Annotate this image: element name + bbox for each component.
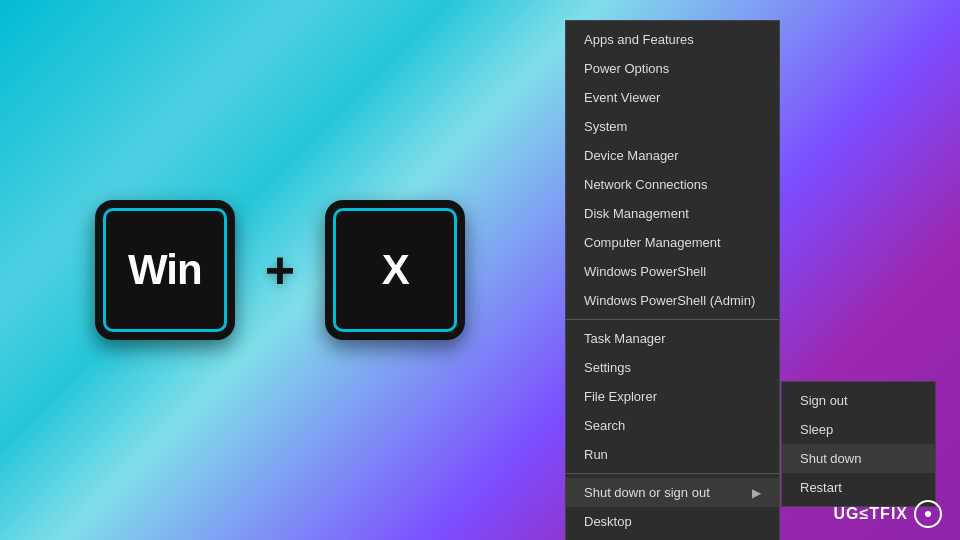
- context-menu-wrapper: Apps and Features Power Options Event Vi…: [565, 20, 780, 540]
- menu-item-apps-features[interactable]: Apps and Features: [566, 25, 779, 54]
- menu-item-file-explorer[interactable]: File Explorer: [566, 382, 779, 411]
- win-key-label: Win: [128, 246, 202, 294]
- menu-item-system[interactable]: System: [566, 112, 779, 141]
- menu-item-task-manager[interactable]: Task Manager: [566, 324, 779, 353]
- key-combo: Win + X: [95, 200, 465, 340]
- menu-item-computer-management[interactable]: Computer Management: [566, 228, 779, 257]
- menu-item-shutdown-signout[interactable]: Shut down or sign out ▶ Sign out Sleep S…: [566, 478, 779, 507]
- menu-item-device-manager[interactable]: Device Manager: [566, 141, 779, 170]
- x-key: X: [325, 200, 465, 340]
- submenu-shutdown: Sign out Sleep Shut down Restart: [781, 381, 936, 507]
- submenu-item-restart[interactable]: Restart: [782, 473, 935, 502]
- menu-item-network-connections[interactable]: Network Connections: [566, 170, 779, 199]
- menu-item-desktop[interactable]: Desktop: [566, 507, 779, 536]
- separator-1: [566, 319, 779, 320]
- menu-item-powershell-admin[interactable]: Windows PowerShell (Admin): [566, 286, 779, 315]
- submenu-arrow: ▶: [752, 486, 761, 500]
- watermark-circle: [914, 500, 942, 528]
- menu-item-powershell[interactable]: Windows PowerShell: [566, 257, 779, 286]
- menu-item-search[interactable]: Search: [566, 411, 779, 440]
- submenu-item-signout[interactable]: Sign out: [782, 386, 935, 415]
- separator-2: [566, 473, 779, 474]
- watermark-text: UG≤TFIX: [834, 505, 908, 523]
- submenu-item-sleep[interactable]: Sleep: [782, 415, 935, 444]
- watermark: UG≤TFIX: [834, 500, 942, 528]
- watermark-dot: [925, 511, 931, 517]
- menu-item-event-viewer[interactable]: Event Viewer: [566, 83, 779, 112]
- plus-sign: +: [265, 240, 295, 300]
- left-area: Win + X: [0, 0, 560, 540]
- x-key-label: X: [382, 246, 409, 294]
- menu-item-settings[interactable]: Settings: [566, 353, 779, 382]
- submenu-item-shutdown[interactable]: Shut down: [782, 444, 935, 473]
- win-key: Win: [95, 200, 235, 340]
- context-menu: Apps and Features Power Options Event Vi…: [565, 20, 780, 540]
- menu-item-disk-management[interactable]: Disk Management: [566, 199, 779, 228]
- menu-item-power-options[interactable]: Power Options: [566, 54, 779, 83]
- menu-item-run[interactable]: Run: [566, 440, 779, 469]
